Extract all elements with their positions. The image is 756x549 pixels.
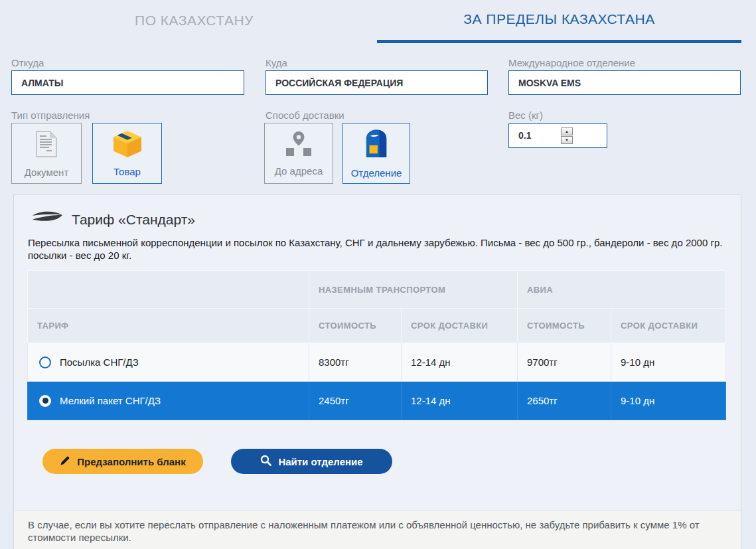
column-header-ground-time: СРОК ДОСТАВКИ (402, 309, 518, 343)
stepper-down-icon[interactable]: ▼ (561, 136, 573, 144)
prefill-form-button[interactable]: Предзаполнить бланк (42, 449, 203, 474)
delivery-method-office-label: Отделение (351, 167, 402, 179)
prefill-form-label: Предзаполнить бланк (77, 456, 185, 467)
avia-time-value: 9-10 дн (611, 343, 726, 382)
document-icon (35, 129, 58, 161)
avia-time-value: 9-10 дн (611, 382, 726, 420)
radio-unselected-icon[interactable] (39, 356, 51, 368)
international-office-input[interactable] (508, 70, 741, 95)
from-label: Откуда (11, 57, 44, 68)
shipment-type-document[interactable]: Документ (11, 123, 82, 184)
kazpost-swoosh-icon (31, 210, 64, 229)
ground-cost-value: 8300тг (309, 343, 402, 382)
tariff-description: Пересылка письменной корреспонденции и п… (28, 236, 730, 262)
ground-cost-value: 2450тг (309, 382, 402, 420)
table-row-posylka[interactable]: Посылка СНГ/ДЗ 8300тг 12-14 дн 9700тг 9-… (28, 343, 726, 382)
to-label: Куда (265, 57, 287, 68)
group-header-ground: НАЗЕМНЫМ ТРАНСПОРТОМ (309, 271, 518, 309)
tariff-table: НАЗЕМНЫМ ТРАНСПОРТОМ АВИА ТАРИФ СТОИМОСТ… (27, 270, 726, 420)
delivery-method-address[interactable]: До адреса (264, 123, 333, 184)
avia-cost-value: 2650тг (518, 382, 611, 420)
weight-input[interactable] (518, 124, 558, 147)
column-header-tariff: ТАРИФ (28, 309, 309, 343)
find-office-button[interactable]: Найти отделение (231, 449, 392, 474)
find-office-label: Найти отделение (278, 456, 362, 467)
tab-international[interactable]: ЗА ПРЕДЕЛЫ КАЗАХСТАНА (377, 0, 741, 43)
international-office-label: Международное отделение (508, 57, 635, 68)
column-header-avia-cost: СТОИМОСТЬ (518, 309, 611, 343)
parcel-box-icon (112, 130, 143, 161)
column-header-ground-cost: СТОИМОСТЬ (309, 309, 402, 343)
to-input[interactable] (265, 70, 488, 95)
shipment-type-document-label: Документ (25, 167, 69, 178)
tariff-title: Тариф «Стандарт» (72, 212, 195, 228)
ground-time-value: 12-14 дн (402, 343, 518, 382)
weight-field: ▲ ▼ (508, 123, 607, 148)
stepper-up-icon[interactable]: ▲ (561, 127, 573, 135)
tariff-row-name: Мелкий пакет СНГ/ДЗ (60, 395, 161, 406)
shipment-type-goods-label: Товар (113, 166, 141, 177)
column-header-avia-time: СРОК ДОСТАВКИ (611, 309, 726, 343)
tariff-panel: Тариф «Стандарт» Пересылка письменной ко… (13, 195, 741, 549)
delivery-method-label: Способ доставки (265, 110, 344, 121)
avia-cost-value: 9700тг (518, 343, 611, 382)
surcharge-note: В случае, если вы хотите переслать отпра… (14, 510, 741, 549)
from-input[interactable] (11, 70, 244, 95)
tariff-row-name: Посылка СНГ/ДЗ (60, 356, 139, 368)
shipment-type-label: Тип отправления (11, 110, 90, 121)
weight-stepper: ▲ ▼ (561, 127, 573, 144)
group-header-empty (28, 271, 309, 309)
table-row-melkiy-paket[interactable]: Мелкий пакет СНГ/ДЗ 2450тг 12-14 дн 2650… (28, 382, 726, 420)
delivery-method-address-label: До адреса (275, 165, 323, 177)
radio-selected-icon[interactable] (39, 395, 51, 407)
address-pin-icon (284, 131, 313, 160)
delivery-method-office[interactable]: Отделение (342, 123, 410, 184)
group-header-avia: АВИА (518, 271, 726, 309)
shipment-type-goods[interactable]: Товар (92, 123, 162, 184)
mailbox-icon (364, 129, 389, 162)
pencil-icon (60, 455, 70, 468)
tab-domestic[interactable]: ПО КАЗАХСТАНУ (11, 0, 377, 41)
ground-time-value: 12-14 дн (402, 382, 518, 420)
search-icon (260, 455, 271, 468)
weight-label: Вес (кг) (508, 110, 543, 121)
